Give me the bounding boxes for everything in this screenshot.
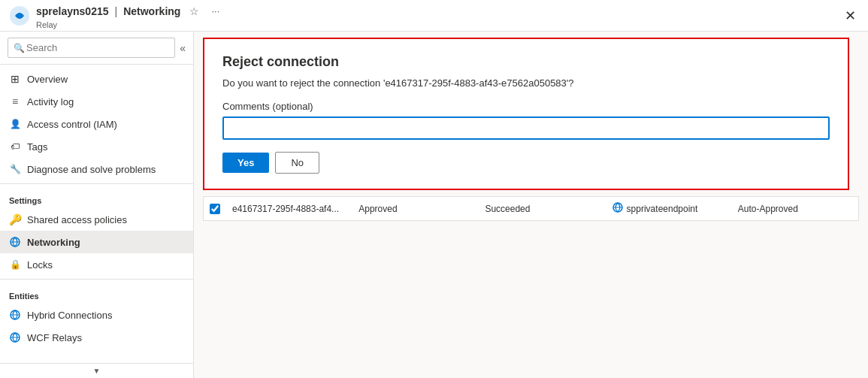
diagnose-icon: 🔧 bbox=[9, 163, 21, 175]
table-section: e4167317-295f-4883-af4... Approved Succe… bbox=[203, 196, 859, 221]
svg-point-1 bbox=[17, 14, 22, 18]
sidebar-item-label: Locks bbox=[27, 259, 53, 271]
sidebar-item-diagnose[interactable]: 🔧 Diagnose and solve problems bbox=[0, 158, 193, 180]
connection-name-cell: e4167317-295f-4883-af4... bbox=[232, 204, 346, 214]
provisioning-state-cell: Succeeded bbox=[485, 204, 599, 214]
comments-input[interactable] bbox=[222, 116, 830, 140]
hybrid-connections-icon bbox=[9, 309, 21, 321]
search-icon: 🔍 bbox=[14, 43, 25, 53]
comments-label: Comments (optional) bbox=[222, 101, 830, 112]
collapse-sidebar-button[interactable]: « bbox=[180, 42, 186, 54]
endpoint-cell: spprivateendpoint bbox=[612, 201, 726, 216]
activity-log-icon: ≡ bbox=[9, 95, 21, 107]
sidebar-item-label: Hybrid Connections bbox=[27, 310, 112, 321]
sidebar-item-overview[interactable]: ⊞ Overview bbox=[0, 68, 193, 90]
settings-section-header: Settings bbox=[0, 187, 193, 208]
wcf-relays-icon bbox=[9, 331, 21, 343]
entities-section-header: Entities bbox=[0, 283, 193, 304]
sidebar-item-shared-access[interactable]: 🔑 Shared access policies bbox=[0, 208, 193, 231]
sidebar-item-networking[interactable]: Networking bbox=[0, 231, 193, 253]
sidebar-item-wcf-relays[interactable]: WCF Relays bbox=[0, 326, 193, 349]
sidebar-item-label: Activity log bbox=[27, 96, 74, 107]
reject-connection-dialog: Reject connection Do you want to reject … bbox=[203, 38, 849, 190]
title-separator: | bbox=[115, 5, 118, 17]
settings-divider bbox=[0, 183, 193, 184]
yes-button[interactable]: Yes bbox=[222, 153, 269, 173]
resource-name: sprelayns0215 bbox=[36, 5, 109, 17]
page-name: Networking bbox=[123, 5, 180, 17]
sidebar-item-locks[interactable]: 🔒 Locks bbox=[0, 253, 193, 276]
tags-icon: 🏷 bbox=[9, 141, 21, 153]
dialog-description: Do you want to reject the connection 'e4… bbox=[222, 77, 830, 89]
sidebar-item-label: Tags bbox=[27, 141, 47, 153]
row-checkbox[interactable] bbox=[210, 204, 220, 214]
entities-divider bbox=[0, 279, 193, 280]
sidebar-item-label: WCF Relays bbox=[27, 332, 82, 343]
shared-access-icon: 🔑 bbox=[9, 213, 21, 225]
sidebar-item-label: Shared access policies bbox=[27, 214, 127, 225]
networking-icon bbox=[9, 236, 21, 248]
title-bar-actions: ✕ bbox=[842, 5, 859, 27]
main-layout: 🔍 « ⊞ Overview ≡ Activity log 👤 Access c… bbox=[0, 32, 868, 378]
sidebar: 🔍 « ⊞ Overview ≡ Activity log 👤 Access c… bbox=[0, 32, 194, 378]
sidebar-item-label: Diagnose and solve problems bbox=[27, 164, 156, 175]
table-row: e4167317-295f-4883-af4... Approved Succe… bbox=[203, 196, 859, 221]
sidebar-item-hybrid-connections[interactable]: Hybrid Connections bbox=[0, 304, 193, 326]
sidebar-item-label: Networking bbox=[27, 237, 80, 248]
no-button[interactable]: No bbox=[275, 152, 319, 174]
sidebar-item-label: Access control (IAM) bbox=[27, 119, 117, 130]
sidebar-item-label: Overview bbox=[27, 74, 68, 85]
sidebar-scroll-down[interactable]: ▼ bbox=[0, 363, 193, 378]
search-input[interactable] bbox=[8, 38, 175, 58]
scroll-down-icon: ▼ bbox=[93, 367, 101, 375]
locks-icon: 🔒 bbox=[9, 259, 21, 271]
app-logo bbox=[9, 5, 30, 26]
dialog-actions: Yes No bbox=[222, 152, 830, 174]
access-control-icon: 👤 bbox=[9, 118, 21, 130]
content-area: Reject connection Do you want to reject … bbox=[194, 32, 868, 378]
title-bar: sprelayns0215 | Networking ☆ ··· Relay ✕ bbox=[0, 0, 868, 32]
more-options-button[interactable]: ··· bbox=[208, 2, 222, 20]
title-bar-text: sprelayns0215 | Networking ☆ ··· Relay bbox=[36, 2, 222, 29]
dialog-title: Reject connection bbox=[222, 54, 830, 70]
sidebar-nav: ⊞ Overview ≡ Activity log 👤 Access contr… bbox=[0, 65, 193, 363]
title-bar-main: sprelayns0215 | Networking ☆ ··· bbox=[36, 2, 222, 20]
state-cell: Approved bbox=[358, 204, 473, 214]
resource-type-label: Relay bbox=[36, 20, 222, 29]
search-container: 🔍 « bbox=[0, 32, 193, 65]
close-button[interactable]: ✕ bbox=[842, 5, 859, 27]
sidebar-item-access-control[interactable]: 👤 Access control (IAM) bbox=[0, 113, 193, 135]
sidebar-item-tags[interactable]: 🏷 Tags bbox=[0, 135, 193, 158]
sidebar-item-activity-log[interactable]: ≡ Activity log bbox=[0, 90, 193, 113]
overview-icon: ⊞ bbox=[9, 73, 21, 85]
endpoint-icon bbox=[612, 201, 624, 216]
endpoint-name: spprivateendpoint bbox=[627, 204, 698, 214]
request-message-cell: Auto-Approved bbox=[738, 204, 852, 214]
favorite-button[interactable]: ☆ bbox=[186, 2, 202, 20]
